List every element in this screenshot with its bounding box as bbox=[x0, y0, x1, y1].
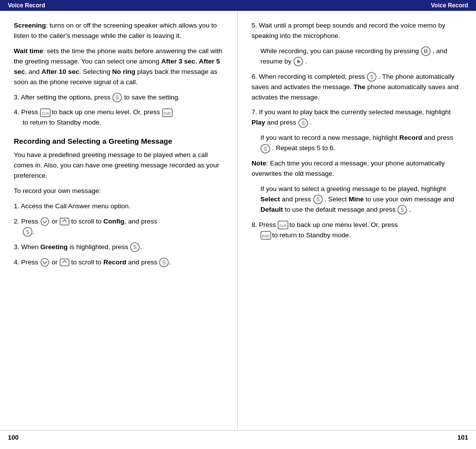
s2-config: Config bbox=[103, 218, 125, 225]
step7h-text: and press bbox=[280, 195, 311, 203]
selecting-text: . Selecting bbox=[79, 68, 112, 75]
s-icon-5: S bbox=[367, 72, 377, 82]
svg-text:CLR: CLR bbox=[42, 111, 50, 116]
note-paragraph: Note: Each time you record a message, yo… bbox=[252, 159, 462, 179]
step7i-text: . Select bbox=[324, 195, 349, 203]
footer-right: 101 bbox=[457, 434, 468, 441]
left-s3: 3. When Greeting is highlighted, press S… bbox=[14, 242, 223, 253]
right-step5b: While recording, you can pause recording… bbox=[252, 46, 462, 67]
step7k-text: to use the default message and press bbox=[283, 206, 396, 213]
intro1: You have a predefined greeting message t… bbox=[14, 150, 223, 181]
step7-record: Record bbox=[399, 134, 422, 141]
s4e: . bbox=[169, 258, 171, 266]
main-content: Screening: turns on or off the screening… bbox=[0, 11, 476, 430]
right-step6: 6. When recording is completed, press S … bbox=[252, 72, 462, 103]
s2b: or bbox=[52, 218, 58, 225]
s-icon-2: S bbox=[23, 227, 32, 237]
step7e-text: and press bbox=[422, 134, 453, 141]
end-icon: END bbox=[162, 108, 172, 118]
s2d: , and press bbox=[125, 218, 158, 225]
waittime-paragraph: Wait time: sets the time the phone waits… bbox=[14, 46, 223, 88]
svg-text:S: S bbox=[116, 95, 119, 100]
step3-text: 3. After setting the options, press bbox=[14, 94, 111, 101]
svg-text:S: S bbox=[401, 207, 404, 213]
s-icon-8: S bbox=[313, 194, 323, 204]
scroll-up-icon bbox=[60, 217, 69, 226]
svg-point-16 bbox=[421, 47, 430, 56]
svg-point-12 bbox=[41, 258, 49, 266]
s3b: is highlighted, press bbox=[68, 243, 128, 251]
step7l-text: . bbox=[409, 206, 411, 213]
right-step5a: 5. Wait until a prompt beep sounds and r… bbox=[252, 21, 462, 41]
step4c: to return to Standby mode. bbox=[14, 119, 101, 126]
step5b3-text: . bbox=[305, 58, 307, 65]
svg-rect-17 bbox=[424, 49, 425, 53]
s2c: to scroll to bbox=[71, 218, 103, 225]
header-right: Voice Record bbox=[431, 2, 468, 9]
the-text: The bbox=[353, 83, 365, 91]
s-icon-3: S bbox=[130, 242, 140, 252]
waittime-label: Wait time bbox=[14, 47, 43, 55]
and-text: , and bbox=[25, 68, 42, 75]
screening-paragraph: Screening: turns on or off the screening… bbox=[14, 21, 223, 41]
pause-icon bbox=[421, 46, 431, 56]
scroll-down-icon bbox=[40, 217, 50, 226]
footer-left: 100 bbox=[8, 434, 19, 441]
left-column: Screening: turns on or off the screening… bbox=[0, 11, 238, 430]
svg-text:S: S bbox=[162, 260, 166, 265]
step4b: to back up one menu level. Or, press bbox=[52, 108, 160, 116]
svg-text:S: S bbox=[370, 74, 374, 80]
s-icon: S bbox=[112, 93, 122, 102]
s3a: 3. When bbox=[14, 243, 40, 251]
step7g-text: If you want to select a greeting message… bbox=[260, 185, 446, 192]
s-icon-7: S bbox=[260, 144, 270, 154]
scroll-down-icon-2 bbox=[40, 257, 50, 267]
step7b-text: and press bbox=[265, 119, 296, 126]
s4b: or bbox=[52, 258, 58, 266]
svg-text:END: END bbox=[262, 234, 270, 238]
svg-marker-20 bbox=[297, 60, 301, 64]
svg-text:CLR: CLR bbox=[280, 224, 287, 228]
header-bar: Voice Record Voice Record bbox=[0, 0, 476, 11]
step7a-text: 7. If you want to play back the currentl… bbox=[252, 108, 450, 116]
left-s1: 1. Access the Call Answer menu option. bbox=[14, 201, 223, 212]
left-s2: 2. Press or to scroll to Config, and pre… bbox=[14, 217, 223, 237]
s4a: 4. Press bbox=[14, 258, 38, 266]
s3-greeting: Greeting bbox=[40, 243, 68, 251]
header-left: Voice Record bbox=[8, 2, 45, 9]
step8b-text: to back up one menu level. Or, press bbox=[289, 221, 398, 228]
step7-play: Play bbox=[252, 119, 265, 126]
step5b-text: While recording, you can pause recording… bbox=[260, 47, 419, 55]
after10-text: After 10 sec bbox=[41, 68, 79, 75]
after3-text: After 3 sec bbox=[161, 58, 195, 65]
right-column: 5. Wait until a prompt beep sounds and r… bbox=[238, 11, 476, 430]
s-icon-4: S bbox=[159, 257, 169, 267]
s-icon-9: S bbox=[397, 205, 407, 215]
step7c-text: . bbox=[310, 119, 312, 126]
svg-text:S: S bbox=[264, 146, 267, 152]
intro2: To record your own message: bbox=[14, 186, 223, 196]
step7-mine: Mine bbox=[349, 195, 364, 203]
s3c: . bbox=[140, 243, 142, 251]
left-step3: 3. After setting the options, press S to… bbox=[14, 93, 223, 103]
step7-select: Select bbox=[260, 195, 280, 203]
noring-text: No ring bbox=[112, 68, 135, 75]
right-step8: 8. Press CLR to back up one menu level. … bbox=[252, 220, 462, 241]
svg-text:END: END bbox=[163, 112, 171, 115]
footer-bar: 100 101 bbox=[0, 430, 476, 444]
comma-text: , bbox=[195, 58, 199, 65]
svg-rect-18 bbox=[426, 49, 427, 53]
note-text: : Each time you record a message, your p… bbox=[252, 160, 444, 177]
step8a-text: 8. Press bbox=[252, 221, 276, 228]
step8c-text: to return to Standby mode. bbox=[272, 231, 351, 239]
step7j-text: to use your own message and bbox=[364, 195, 454, 203]
s4d: and press bbox=[128, 258, 157, 266]
left-s4: 4. Press or to scroll to Record and pres… bbox=[14, 257, 223, 268]
note-label: Note bbox=[252, 160, 266, 167]
right-step7g: If you want to select a greeting message… bbox=[252, 184, 462, 215]
svg-point-6 bbox=[41, 218, 49, 225]
end-icon-2: END bbox=[260, 230, 270, 240]
svg-text:S: S bbox=[133, 245, 137, 250]
clr-icon-2: CLR bbox=[278, 220, 287, 230]
s2e: . bbox=[32, 228, 34, 235]
